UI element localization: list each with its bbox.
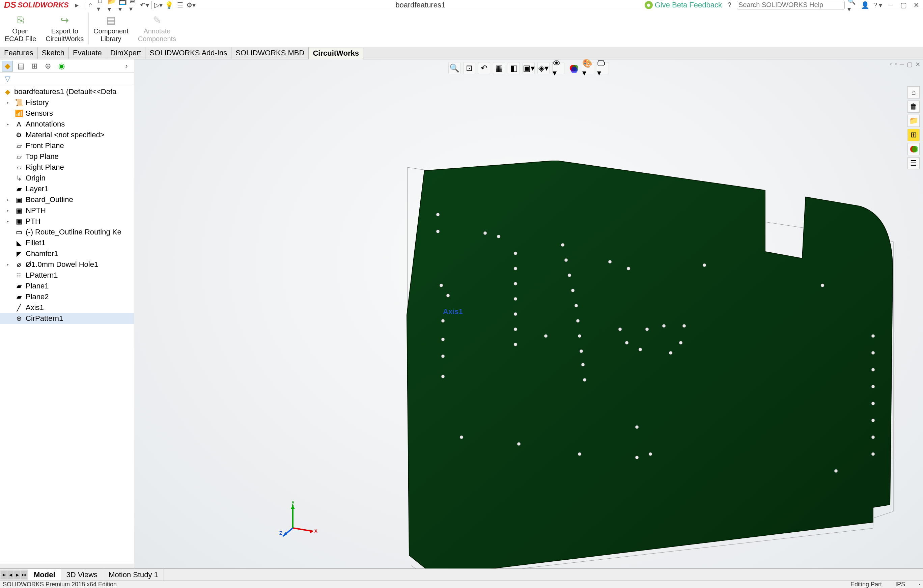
tree-item-sensors[interactable]: 📶Sensors: [0, 108, 134, 119]
expand-icon[interactable]: ▸: [7, 122, 12, 126]
export-circuitworks-button[interactable]: ↪ Export to CircuitWorks: [41, 10, 89, 47]
tree-item-layer1[interactable]: ▰Layer1: [0, 184, 134, 194]
cmd-tab-solidworks-add-ins[interactable]: SOLIDWORKS Add-Ins: [145, 47, 232, 59]
view-orientation-icon[interactable]: ◧: [508, 62, 520, 74]
view-triad[interactable]: x y z: [279, 501, 320, 542]
filter-icon[interactable]: ▽: [2, 74, 13, 84]
tree-item-origin[interactable]: ↳Origin: [0, 173, 134, 184]
tree-item-front-plane[interactable]: ▱Front Plane: [0, 140, 134, 151]
tree-item-plane2[interactable]: ▰Plane2: [0, 291, 134, 302]
expand-icon[interactable]: ▸: [7, 197, 12, 202]
home-icon[interactable]: ⌂: [86, 0, 95, 10]
edit-appearance-icon[interactable]: 👁▾: [552, 62, 564, 74]
options-list-icon[interactable]: ☰: [176, 0, 185, 10]
beta-feedback-button[interactable]: ☻ Give Beta Feedback: [645, 1, 722, 10]
panel-expand-icon[interactable]: ›: [121, 61, 132, 72]
user-icon[interactable]: 👤: [860, 0, 870, 10]
minimize-icon[interactable]: ─: [886, 0, 895, 10]
zoom-fit-icon[interactable]: 🔍: [448, 62, 460, 74]
tree-item-cirpattern1[interactable]: ⊕CirPattern1: [0, 313, 134, 324]
expand-icon[interactable]: ▸: [7, 208, 12, 213]
tree-item-lpattern1[interactable]: ⁝⁝LPattern1: [0, 270, 134, 281]
view-settings-icon[interactable]: 🎨▾: [582, 62, 594, 74]
tree-item-npth[interactable]: ▸▣NPTH: [0, 205, 134, 216]
tp-view-palette-icon[interactable]: [908, 143, 920, 155]
expand-icon[interactable]: ▸: [7, 219, 12, 224]
cmd-tab-features[interactable]: Features: [0, 47, 38, 59]
feature-tree-tab-icon[interactable]: ◆: [2, 61, 13, 72]
display-tab-icon[interactable]: ◉: [56, 61, 67, 72]
tree-item-top-plane[interactable]: ▱Top Plane: [0, 151, 134, 162]
tp-design-library-icon[interactable]: 📁: [908, 115, 920, 127]
tree-item-material[interactable]: ⚙Material <not specified>: [0, 130, 134, 140]
cmd-tab-circuitworks[interactable]: CircuitWorks: [309, 48, 363, 59]
tp-home-icon[interactable]: ⌂: [908, 86, 920, 99]
tree-item-plane1[interactable]: ▰Plane1: [0, 281, 134, 291]
help-dropdown-icon[interactable]: ? ▾: [873, 0, 882, 10]
tree-item-history-folder[interactable]: ▸📜History: [0, 97, 134, 108]
expand-icon[interactable]: ▸: [7, 100, 12, 105]
apply-scene-icon[interactable]: [567, 62, 579, 74]
property-manager-tab-icon[interactable]: ▤: [15, 61, 26, 72]
cmd-tab-sketch[interactable]: Sketch: [38, 47, 69, 59]
configuration-tab-icon[interactable]: ⊞: [29, 61, 40, 72]
tab-prev-icon[interactable]: ◀: [7, 571, 13, 579]
hide-show-icon[interactable]: ◈▾: [537, 62, 550, 74]
tree-root[interactable]: ◆ boardfeatures1 (Default<<Defa: [0, 86, 134, 97]
tp-resources-icon[interactable]: 🗑: [908, 100, 920, 113]
panel-hscroll[interactable]: [0, 564, 134, 568]
cmd-tab-solidworks-mbd[interactable]: SOLIDWORKS MBD: [232, 47, 309, 59]
save-icon[interactable]: 💾▾: [118, 0, 128, 10]
vp-maximize-icon[interactable]: ▢: [907, 61, 913, 68]
tree-item-route-outline[interactable]: ▭(-) Route_Outline Routing Ke: [0, 227, 134, 238]
tab-last-icon[interactable]: ⏭: [21, 571, 27, 579]
tree-item-annotations-folder[interactable]: ▸AAnnotations: [0, 119, 134, 130]
print-icon[interactable]: 🖶▾: [129, 0, 139, 10]
component-library-button[interactable]: ▤ Component Library: [89, 10, 133, 47]
help-icon[interactable]: ?: [724, 0, 734, 10]
bottom-tab-motion-study-1[interactable]: Motion Study 1: [103, 569, 164, 581]
restore-icon[interactable]: ▢: [899, 0, 908, 10]
zoom-area-icon[interactable]: ⊡: [463, 62, 475, 74]
render-icon[interactable]: 🖵▾: [597, 62, 609, 74]
search-input[interactable]: [739, 1, 843, 9]
new-file-icon[interactable]: 🗋▾: [97, 0, 106, 10]
help-search[interactable]: [737, 1, 845, 10]
tree-item-dowel-hole[interactable]: ▸⌀Ø1.0mm Dowel Hole1: [0, 259, 134, 270]
tree-item-board-outline[interactable]: ▸▣Board_Outline: [0, 194, 134, 205]
svg-point-45: [682, 324, 686, 328]
open-ecad-button[interactable]: ⎘ Open ECAD File: [0, 10, 41, 47]
tree-item-pth[interactable]: ▸▣PTH: [0, 216, 134, 227]
expand-menu-icon[interactable]: ▸: [72, 0, 82, 10]
tab-first-icon[interactable]: ⏮: [1, 571, 7, 579]
tp-file-explorer-icon[interactable]: ⊞: [908, 129, 920, 141]
rebuild-icon[interactable]: 💡: [164, 0, 174, 10]
settings-icon[interactable]: ⚙▾: [186, 0, 195, 10]
tab-next-icon[interactable]: ▶: [14, 571, 20, 579]
dimxpert-tab-icon[interactable]: ⊕: [43, 61, 53, 72]
vp-link-icon[interactable]: ▫: [895, 61, 897, 68]
expand-icon[interactable]: ▸: [7, 262, 12, 267]
vp-minimize-icon[interactable]: ─: [900, 61, 904, 68]
search-dropdown-icon[interactable]: 🔍▾: [847, 0, 857, 10]
bottom-tab-model[interactable]: Model: [28, 569, 61, 581]
svg-point-43: [669, 351, 672, 355]
tree-item-right-plane[interactable]: ▱Right Plane: [0, 162, 134, 173]
open-file-icon[interactable]: 📂▾: [108, 0, 117, 10]
select-icon[interactable]: ▷▾: [154, 0, 163, 10]
graphics-viewport[interactable]: 🔍 ⊡ ↶ ▦ ◧ ▣▾ ◈▾ 👁▾ 🎨▾ 🖵▾ ▫ ▫ ─ ▢ ✕ ⌂ 🗑 📁…: [134, 59, 923, 568]
previous-view-icon[interactable]: ↶: [478, 62, 490, 74]
status-custom-icon[interactable]: ·: [919, 581, 920, 588]
cmd-tab-evaluate[interactable]: Evaluate: [69, 47, 106, 59]
cmd-tab-dimxpert[interactable]: DimXpert: [106, 47, 146, 59]
vp-split-icon[interactable]: ▫: [890, 61, 892, 68]
tree-item-chamfer1[interactable]: ◤Chamfer1: [0, 248, 134, 259]
bottom-tab-3d-views[interactable]: 3D Views: [61, 569, 103, 581]
vp-close-icon[interactable]: ✕: [915, 61, 920, 68]
display-style-icon[interactable]: ▣▾: [522, 62, 535, 74]
tree-item-axis1[interactable]: ╱Axis1: [0, 302, 134, 313]
tree-item-fillet1[interactable]: ◣Fillet1: [0, 238, 134, 248]
close-icon[interactable]: ✕: [912, 0, 921, 10]
undo-icon[interactable]: ↶▾: [140, 0, 149, 10]
section-view-icon[interactable]: ▦: [493, 62, 505, 74]
